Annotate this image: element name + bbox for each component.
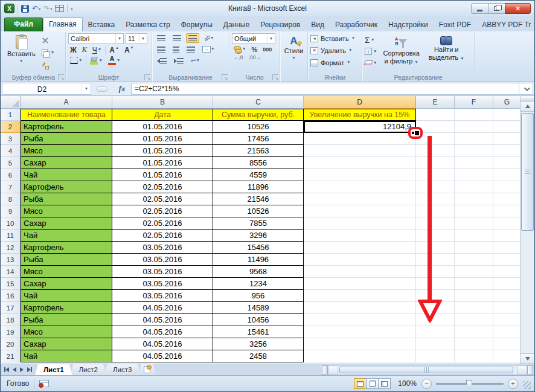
align-bottom-button[interactable]	[186, 33, 199, 43]
row-header-3[interactable]: 3	[1, 133, 21, 145]
cell-A3[interactable]: Рыба	[21, 133, 112, 145]
cell-C13[interactable]: 11496	[213, 254, 304, 266]
cell-G5[interactable]	[493, 157, 521, 169]
cell-G20[interactable]	[493, 338, 521, 350]
cell-E2[interactable]	[416, 121, 455, 133]
number-format-combo[interactable]: Общий▼	[232, 33, 275, 44]
fill-button[interactable]: ↓▼	[365, 47, 377, 56]
cell-D18[interactable]	[304, 314, 416, 326]
cell-E8[interactable]	[416, 193, 455, 205]
cell-A1[interactable]: Наименование товара	[21, 109, 112, 121]
cell-C2[interactable]: 10526	[213, 121, 304, 133]
sheet-tab-Лист1[interactable]: Лист1	[35, 364, 72, 375]
row-header-2[interactable]: 2	[1, 121, 21, 133]
cell-B7[interactable]: 02.05.2016	[112, 181, 213, 193]
cell-B12[interactable]: 03.05.2016	[112, 242, 213, 254]
cell-A9[interactable]: Мясо	[21, 205, 112, 217]
column-header-A[interactable]: A	[21, 96, 112, 109]
format-painter-button[interactable]	[40, 60, 56, 71]
cell-C5[interactable]: 8556	[213, 157, 304, 169]
row-header-21[interactable]: 21	[1, 350, 21, 362]
cell-C12[interactable]: 15456	[213, 242, 304, 254]
copy-button[interactable]: ▼	[40, 48, 56, 58]
cell-B11[interactable]: 02.05.2016	[112, 230, 213, 242]
cell-D3[interactable]	[304, 133, 416, 145]
row-header-18[interactable]: 18	[1, 314, 21, 326]
cell-B15[interactable]: 03.05.2016	[112, 278, 213, 290]
sheet-tab-Лист3[interactable]: Лист3	[104, 364, 140, 375]
cell-D1[interactable]: Увеличение выручки на 15%	[304, 109, 416, 121]
row-header-16[interactable]: 16	[1, 290, 21, 302]
save-icon[interactable]	[21, 5, 29, 13]
clipboard-dialog-launcher[interactable]: ↘	[58, 74, 64, 80]
sheet-tab-Лист2[interactable]: Лист2	[71, 364, 106, 375]
ribbon-tab-Формулы[interactable]: Формулы	[176, 18, 218, 31]
cell-F5[interactable]	[455, 157, 493, 169]
cell-F14[interactable]	[455, 266, 493, 278]
cell-G19[interactable]	[493, 326, 521, 338]
underline-button[interactable]: Ч▼	[91, 46, 103, 54]
cell-E9[interactable]	[416, 205, 455, 217]
ribbon-tab-Разметка стр[interactable]: Разметка стр	[120, 18, 175, 31]
cell-B20[interactable]: 04.05.2016	[112, 338, 213, 350]
cell-D4[interactable]	[304, 145, 416, 157]
cell-B21[interactable]: 04.05.2016	[112, 350, 213, 362]
cell-C6[interactable]: 4559	[213, 169, 304, 181]
cell-B16[interactable]: 03.05.2016	[112, 290, 213, 302]
cell-G7[interactable]	[493, 181, 521, 193]
horizontal-scroll-track[interactable]	[338, 365, 517, 374]
column-header-G[interactable]: G	[493, 96, 521, 109]
cut-button[interactable]	[40, 35, 56, 45]
cell-B13[interactable]: 03.05.2016	[112, 254, 213, 266]
autosum-button[interactable]: Σ▼	[365, 35, 377, 45]
cell-B4[interactable]: 01.05.2016	[112, 145, 213, 157]
row-header-7[interactable]: 7	[1, 181, 21, 193]
cell-A4[interactable]: Мясо	[21, 145, 112, 157]
vertical-scroll-track[interactable]	[521, 112, 534, 353]
cell-E6[interactable]	[416, 169, 455, 181]
cell-E13[interactable]	[416, 254, 455, 266]
decrease-decimal-button[interactable]: ,00→	[247, 54, 263, 60]
cell-E21[interactable]	[416, 350, 455, 362]
cell-D19[interactable]	[304, 326, 416, 338]
cell-C1[interactable]: Сумма выручки, руб.	[213, 109, 304, 121]
undo-button[interactable]: ↶▾	[32, 4, 40, 13]
qat-customize-button[interactable]: ▾	[71, 7, 72, 11]
cell-F13[interactable]	[455, 254, 493, 266]
font-family-combo[interactable]: Calibri▼	[68, 33, 124, 44]
delete-cells-button[interactable]: ✕ Удалить▼	[310, 45, 352, 56]
ribbon-tab-Вид[interactable]: Вид	[306, 18, 330, 31]
cell-A5[interactable]: Сахар	[21, 157, 112, 169]
minimize-button[interactable]	[471, 3, 489, 14]
selected-cell-D2[interactable]: 12104,9	[304, 121, 416, 133]
formula-input[interactable]: =C2+C2*15%	[131, 83, 519, 95]
cell-F3[interactable]	[455, 133, 493, 145]
page-break-view-button[interactable]	[378, 378, 391, 389]
prev-sheet-button[interactable]	[13, 367, 16, 372]
cell-B8[interactable]: 02.05.2016	[112, 193, 213, 205]
first-sheet-button[interactable]	[4, 367, 9, 372]
cell-F2[interactable]	[455, 121, 493, 133]
row-header-19[interactable]: 19	[1, 326, 21, 338]
ribbon-tab-Файл[interactable]: Файл	[4, 18, 43, 31]
cell-A14[interactable]: Мясо	[21, 266, 112, 278]
cell-F1[interactable]	[455, 109, 493, 121]
cell-A21[interactable]: Чай	[21, 350, 112, 362]
vertical-scrollbar[interactable]	[520, 96, 534, 364]
cell-D15[interactable]	[304, 278, 416, 290]
cell-G1[interactable]	[493, 109, 521, 121]
cell-E15[interactable]	[416, 278, 455, 290]
cell-G3[interactable]	[493, 133, 521, 145]
cell-A17[interactable]: Картофель	[21, 302, 112, 314]
last-sheet-button[interactable]	[27, 367, 32, 372]
cell-B3[interactable]: 01.05.2016	[112, 133, 213, 145]
cell-F20[interactable]	[455, 338, 493, 350]
cell-A13[interactable]: Рыба	[21, 254, 112, 266]
cell-G21[interactable]	[493, 350, 521, 362]
cell-A15[interactable]: Сахар	[21, 278, 112, 290]
cell-F17[interactable]	[455, 302, 493, 314]
insert-cells-button[interactable]: ◂ Вставить▼	[310, 33, 355, 43]
cell-D14[interactable]	[304, 266, 416, 278]
cell-F6[interactable]	[455, 169, 493, 181]
restore-button[interactable]	[488, 3, 505, 14]
